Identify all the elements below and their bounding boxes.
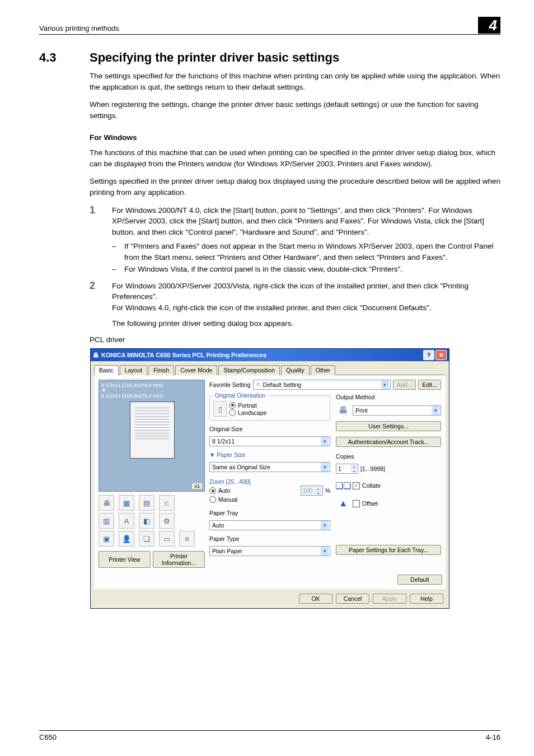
tab-cover-mode[interactable]: Cover Mode: [175, 365, 217, 375]
paper-tray-select[interactable]: Auto: [209, 520, 330, 530]
printer-icon: 🖶: [93, 352, 99, 358]
offset-checkbox[interactable]: [353, 500, 360, 507]
paper-type-value: Plain Paper: [212, 548, 242, 554]
output-printer-icon: 🖶: [336, 404, 350, 417]
authentication-button[interactable]: Authentication/Account Track...: [336, 437, 441, 447]
dialog-help-button[interactable]: Help: [410, 594, 443, 604]
layout-icon[interactable]: ▦: [119, 495, 134, 511]
output-icon[interactable]: 🖶: [99, 495, 114, 511]
help-button[interactable]: ?: [423, 350, 434, 360]
printer-information-button[interactable]: Printer Information...: [153, 551, 205, 568]
secure-icon[interactable]: ⚙: [159, 513, 175, 529]
zoom-manual-radio[interactable]: [209, 496, 216, 503]
landscape-label: Landscape: [238, 409, 266, 416]
titlebar[interactable]: 🖶 KONICA MINOLTA C650 Series PCL Printin…: [91, 349, 449, 361]
copies-value: 1: [338, 465, 341, 472]
portrait-radio[interactable]: [229, 402, 236, 409]
zoom-auto-radio[interactable]: [209, 487, 216, 494]
preview-paper-icon: [130, 402, 175, 459]
zoom-value: 100: [303, 487, 313, 494]
paper-size-value: Same as Original Size: [212, 464, 270, 470]
tab-other[interactable]: Other: [311, 365, 335, 375]
collate-icon: ❏❏: [336, 479, 350, 492]
preview-size-bottom: 8 1/2x11 (215.9x279.4 mm): [101, 393, 202, 399]
default-button[interactable]: Default: [397, 575, 442, 585]
zoom-manual-label: Manual: [218, 496, 237, 503]
zoom-legend: Zoom [25...400]: [209, 478, 330, 485]
original-size-value: 8 1/2x11: [212, 438, 235, 445]
paper-type-select[interactable]: Plain Paper: [209, 546, 330, 556]
favorite-setting-select[interactable]: ⚐ Default Setting: [253, 380, 391, 390]
footer-right: 4-16: [486, 733, 500, 741]
paper-size-label: ▼ Paper Size: [209, 451, 330, 458]
dialog-title: KONICA MINOLTA C650 Series PCL Printing …: [101, 352, 422, 358]
offset-icon: ▲: [336, 497, 350, 510]
zoom-group: Zoom [25...400] Auto 100 % Manual: [209, 475, 330, 505]
staple-icon[interactable]: ⎌: [159, 495, 175, 511]
user-settings-button[interactable]: User Settings...: [336, 421, 441, 431]
step-number-2: 2: [90, 281, 112, 292]
step1-note-2: For Windows Vista, if the control panel …: [124, 264, 402, 275]
header-rule: [39, 34, 500, 35]
paper-type-label: Paper Type: [209, 535, 330, 542]
tab-strip: Basic Layout Finish Cover Mode Stamp/Com…: [94, 365, 446, 375]
cancel-button[interactable]: Cancel: [336, 594, 369, 604]
footer-left: C650: [39, 733, 57, 741]
flag-icon: ⚐: [256, 381, 261, 388]
add-favorite-button[interactable]: Add...: [393, 380, 416, 390]
tray-icon[interactable]: ▣: [99, 531, 114, 547]
dash-bullet: –: [112, 264, 124, 275]
intro-para-1: The settings specified for the functions…: [90, 71, 500, 92]
tab-basic[interactable]: Basic: [94, 365, 119, 375]
favorite-setting-label: Favorite Setting: [209, 381, 251, 388]
ok-button[interactable]: OK: [299, 594, 332, 604]
original-orientation-group: Original Orientation ▯ Portrait Landscap…: [209, 392, 330, 421]
edit-favorite-button[interactable]: Edit...: [418, 380, 441, 390]
watermark-icon[interactable]: A: [119, 513, 134, 529]
step-number-1: 1: [90, 205, 112, 216]
printer-view-button[interactable]: Printer View: [99, 551, 151, 568]
preview-zoom-badge: x1: [192, 483, 202, 489]
output-method-value: Print: [355, 407, 368, 414]
section-number: 4.3: [39, 50, 90, 65]
paper-settings-tray-button[interactable]: Paper Settings for Each Tray...: [336, 545, 441, 555]
favorite-setting-value: Default Setting: [263, 381, 302, 388]
paper-preview: 8 1/2x11 (215.9x279.4 mm) ▼ 8 1/2x11 (21…: [99, 380, 205, 492]
copies-spin[interactable]: 1: [336, 464, 358, 474]
zoom-spin[interactable]: 100: [301, 486, 323, 496]
pcl-driver-label: PCL driver: [90, 335, 500, 344]
section-title: Specifying the printer driver basic sett…: [90, 50, 339, 65]
duplex-icon[interactable]: ▤: [139, 495, 154, 511]
list-icon[interactable]: ≡: [179, 531, 195, 547]
color-icon[interactable]: ◧: [139, 513, 154, 529]
copies-label: Copies: [336, 453, 441, 460]
printing-preferences-dialog: 🖶 KONICA MINOLTA C650 Series PCL Printin…: [90, 348, 449, 609]
tab-stamp-composition[interactable]: Stamp/Composition: [218, 365, 280, 375]
tab-quality[interactable]: Quality: [281, 365, 310, 375]
original-size-select[interactable]: 8 1/2x11: [209, 436, 330, 446]
portrait-icon: ▯: [213, 401, 227, 417]
paper-tray-value: Auto: [212, 522, 224, 529]
copies-icon[interactable]: ❏: [139, 531, 154, 547]
landscape-radio[interactable]: [229, 409, 236, 416]
user-icon[interactable]: 👤: [119, 531, 134, 547]
apply-button[interactable]: Apply: [373, 594, 406, 604]
tab-finish[interactable]: Finish: [148, 365, 174, 375]
output-method-label: Output Method: [336, 394, 441, 400]
form-icon[interactable]: ▭: [159, 531, 175, 547]
step-body-2: For Windows 2000/XP/Server 2003/Vista, r…: [112, 281, 500, 314]
zoom-auto-label: Auto: [218, 487, 231, 494]
original-orientation-legend: Original Orientation: [213, 392, 267, 399]
collate-checkbox[interactable]: [353, 482, 360, 489]
tab-layout[interactable]: Layout: [120, 365, 148, 375]
running-head: Various printing methods: [39, 24, 119, 34]
copies-range: [1...9999]: [360, 465, 385, 472]
output-method-select[interactable]: Print: [353, 405, 441, 416]
paper-size-select[interactable]: Same as Original Size: [209, 462, 330, 472]
booklet-icon[interactable]: ▥: [99, 513, 114, 529]
step-body-1: For Windows 2000/NT 4.0, click the [Star…: [112, 205, 500, 238]
intro-para-2: When registering the settings, change th…: [90, 99, 500, 121]
close-button[interactable]: ✕: [435, 350, 447, 360]
original-size-label: Original Size: [209, 426, 330, 432]
collate-label: Collate: [362, 482, 381, 489]
